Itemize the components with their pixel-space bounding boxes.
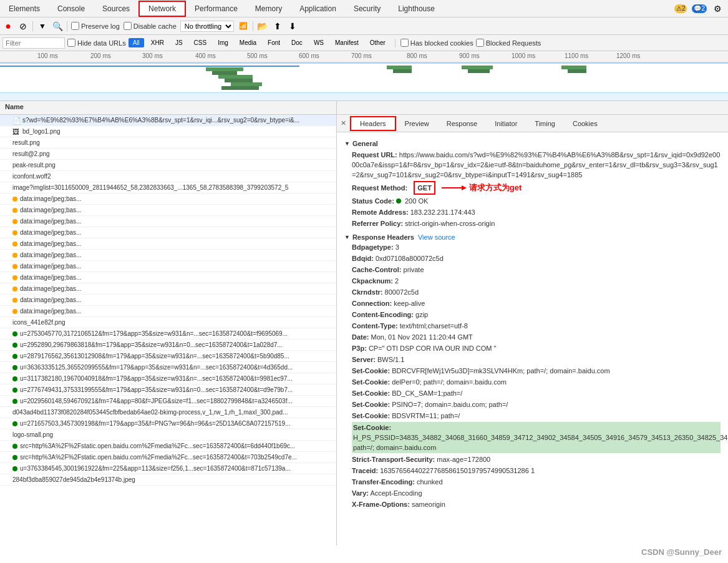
file-item-3[interactable]: result@2.png — [0, 149, 336, 160]
file-item-31[interactable]: u=3763384545,3001961922&fm=225&app=113&s… — [0, 463, 336, 474]
stop-button[interactable]: ⊘ — [17, 21, 29, 32]
headers-tab-initiator[interactable]: Initiator — [486, 117, 526, 130]
file-item-6[interactable]: image?imglist=3011650009_2811944652_58,2… — [0, 182, 336, 193]
filter-other[interactable]: Other — [366, 38, 390, 47]
orange-dot-11 — [12, 242, 17, 247]
filter-button[interactable]: ▼ — [37, 21, 48, 32]
timeline-content — [0, 62, 728, 101]
file-item-0[interactable]: 📄 s?wd=%E9%82%93%E7%B4%AB%E6%A3%8B&rsv_s… — [0, 115, 336, 126]
filter-media[interactable]: Media — [235, 38, 261, 47]
file-item-26[interactable]: d043ad4bd11373f0820284f053445cfbfbedab64… — [0, 407, 336, 418]
filter-ws[interactable]: WS — [309, 38, 328, 47]
filter-js[interactable]: JS — [171, 38, 187, 47]
file-item-4[interactable]: peak-result.png — [0, 160, 336, 171]
rh-ckrndstr: Ckrndstr: 800072c5d — [352, 287, 721, 297]
file-item-1[interactable]: 🖼 bd_logo1.png — [0, 126, 336, 137]
filter-css[interactable]: CSS — [190, 38, 211, 47]
filter-manifest[interactable]: Manifest — [331, 38, 363, 47]
file-item-8[interactable]: data:image/jpeg;bas... — [0, 205, 336, 216]
headers-tab-headers[interactable]: Headers — [350, 116, 396, 131]
filter-input[interactable] — [2, 37, 65, 49]
file-item-16[interactable]: data:image/jpeg;bas... — [0, 295, 336, 306]
file-item-20[interactable]: u=2952890,29679863818&fm=179&app=35&size… — [0, 340, 336, 351]
view-source-link[interactable]: View source — [418, 233, 455, 241]
response-headers-title[interactable]: Response Headers — [344, 233, 414, 241]
rh-server: Server: BWS/1.1 — [352, 355, 721, 365]
headers-tab-timing[interactable]: Timing — [526, 117, 564, 130]
tab-network[interactable]: Network — [138, 1, 186, 17]
export-icon[interactable]: ⬆ — [272, 21, 283, 32]
wifi-icon[interactable]: 📶 — [238, 21, 249, 32]
file-item-14[interactable]: data:image/jpeg;bas... — [0, 272, 336, 283]
preserve-log-label[interactable]: Preserve log — [71, 22, 120, 30]
filter-img[interactable]: Img — [213, 38, 233, 47]
disable-cache-label[interactable]: Disable cache — [124, 22, 177, 30]
tab-application[interactable]: Application — [291, 2, 345, 16]
file-item-22[interactable]: u=36363335125,36552099555&fm=179&app=35&… — [0, 362, 336, 373]
throttle-select[interactable]: No throttling — [180, 21, 234, 32]
headers-tab-cookies[interactable]: Cookies — [564, 117, 606, 130]
status-dot — [396, 198, 401, 203]
file-item-13[interactable]: data:image/jpeg;bas... — [0, 261, 336, 272]
green-dot-31 — [12, 466, 17, 471]
tab-lighthouse[interactable]: Lighthouse — [389, 2, 444, 16]
hide-data-urls-checkbox[interactable] — [67, 39, 75, 47]
tick-1200ms: 1200 ms — [616, 52, 640, 59]
file-item-29[interactable]: src=http%3A%2F%2Fstatic.open.baidu.com%2… — [0, 441, 336, 452]
tab-memory[interactable]: Memory — [246, 2, 291, 16]
preserve-log-checkbox[interactable] — [71, 22, 79, 30]
file-item-9[interactable]: data:image/jpeg;bas... — [0, 216, 336, 227]
filter-xhr[interactable]: XHR — [147, 38, 168, 47]
disable-cache-checkbox[interactable] — [124, 22, 132, 30]
file-item-2[interactable]: result.png — [0, 137, 336, 149]
file-item-24[interactable]: u=2776749431,37533199555&fm=179&app=35&s… — [0, 384, 336, 396]
file-item-21[interactable]: u=2879176562,35613012908&fm=179&app=35&s… — [0, 351, 336, 362]
toolbar-separator-3 — [253, 21, 253, 31]
orange-dot-16 — [12, 298, 17, 303]
blocked-requests-checkbox[interactable] — [476, 39, 484, 47]
file-item-28[interactable]: logo-small.png — [0, 429, 336, 441]
file-item-18[interactable]: icons_441e82f.png — [0, 317, 336, 328]
headers-tab-response[interactable]: Response — [438, 117, 487, 130]
file-item-23[interactable]: u=3117382180,19670040918&fm=179&app=35&s… — [0, 373, 336, 384]
file-item-17[interactable]: data:image/jpeg;bas... — [0, 306, 336, 317]
has-blocked-checkbox[interactable] — [400, 39, 409, 47]
file-item-7[interactable]: data:image/jpeg;bas... — [0, 193, 336, 205]
blocked-requests-label[interactable]: Blocked Requests — [476, 39, 541, 47]
tick-500ms: 500 ms — [247, 52, 268, 59]
tick-1100ms: 1100 ms — [565, 52, 588, 59]
has-blocked-label[interactable]: Has blocked cookies — [400, 39, 473, 47]
tick-800ms: 800 ms — [407, 52, 427, 59]
tab-console[interactable]: Console — [49, 2, 94, 16]
filter-all[interactable]: All — [129, 38, 144, 47]
file-item-12[interactable]: data:image/jpeg;bas... — [0, 250, 336, 261]
file-item-30[interactable]: src=http%3A%2F%2Fstatic.open.baidu.com%2… — [0, 452, 336, 463]
general-section-title[interactable]: General — [344, 140, 721, 147]
filter-font[interactable]: Font — [263, 38, 284, 47]
file-item-15[interactable]: data:image/jpeg;bas... — [0, 283, 336, 295]
tab-elements[interactable]: Elements — [0, 2, 49, 16]
file-item-32[interactable]: 284bf3dba859027de945da2b4e91374b.jpeg — [0, 474, 336, 486]
tab-security[interactable]: Security — [345, 2, 389, 16]
import-icon[interactable]: 📂 — [257, 21, 268, 32]
tab-performance[interactable]: Performance — [186, 2, 246, 16]
download-icon[interactable]: ⬇ — [287, 21, 298, 32]
tab-sources[interactable]: Sources — [94, 2, 138, 16]
file-item-11[interactable]: data:image/jpeg;bas... — [0, 238, 336, 250]
headers-tab-preview[interactable]: Preview — [396, 117, 438, 130]
green-dot-22 — [12, 365, 17, 370]
settings-button[interactable]: ⚙ — [712, 3, 723, 14]
timeline-bottom-bar — [0, 92, 728, 101]
file-item-10[interactable]: data:image/jpeg;bas... — [0, 227, 336, 238]
search-button[interactable]: 🔍 — [52, 21, 63, 32]
record-button[interactable]: ● — [2, 21, 14, 32]
file-item-19[interactable]: u=2753045770,3172106512&fm=179&app=35&si… — [0, 328, 336, 340]
file-item-27[interactable]: u=271657503,3457309198&fm=179&app=35&f=P… — [0, 418, 336, 429]
toolbar-separator-1 — [32, 21, 33, 31]
hide-data-urls-label[interactable]: Hide data URLs — [67, 39, 126, 47]
file-item-5[interactable]: iconfont.woff2 — [0, 171, 336, 182]
file-item-25[interactable]: u=2029560148,594670921&fm=74&app=80&f=JP… — [0, 396, 336, 407]
filter-doc[interactable]: Doc — [287, 38, 307, 47]
close-panel-button[interactable]: ✕ — [337, 118, 350, 129]
filter-row: Hide data URLs All XHR JS CSS Img Media … — [0, 35, 728, 51]
